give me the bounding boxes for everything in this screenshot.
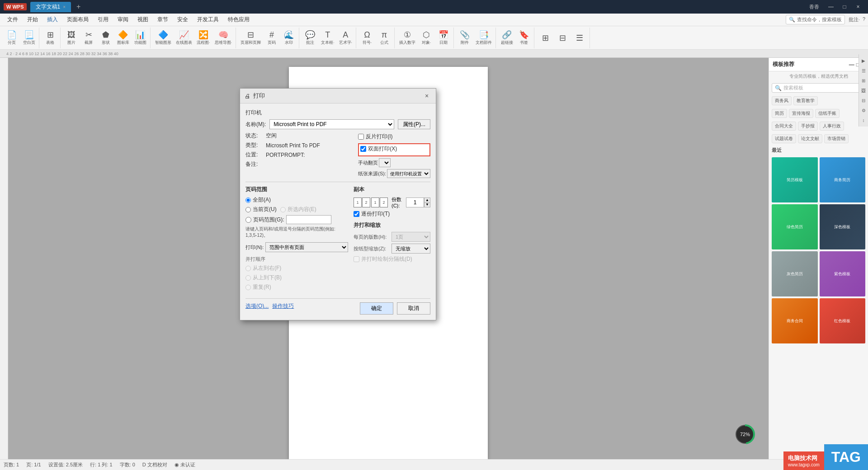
toolbar-btn-header-footer[interactable]: ⊟ 页眉和页脚 <box>239 29 263 47</box>
template-item-7[interactable]: 商务合同 <box>772 298 818 343</box>
toolbar-btn-symbol[interactable]: Ω 符号· <box>359 29 375 47</box>
toolbar-btn-table[interactable]: ⊞ 表格 <box>42 29 58 47</box>
edge-tool-1[interactable]: ▶ <box>860 56 867 65</box>
toolbar-btn-insert-num[interactable]: ① 插入数字 <box>397 29 417 47</box>
tag-education[interactable]: 教育教学 <box>793 96 818 105</box>
edge-tool-7[interactable]: ↕ <box>860 116 867 125</box>
tag-hr[interactable]: 人事行政 <box>820 122 844 131</box>
menu-special[interactable]: 特色应用 <box>223 14 254 25</box>
menu-references[interactable]: 引用 <box>93 14 113 25</box>
toolbar-btn-smart-shape[interactable]: 🔷 智能图形 <box>153 29 173 47</box>
tag-poster[interactable]: 宣传海报 <box>789 109 813 118</box>
close-button[interactable]: × <box>852 2 864 11</box>
template-item-2[interactable]: 商务简历 <box>820 157 866 202</box>
template-item-3[interactable]: 绿色简历 <box>772 204 818 249</box>
tag-marketing[interactable]: 市场营销 <box>824 134 849 143</box>
copies-spin-down[interactable]: ▼ <box>424 202 430 207</box>
menu-search[interactable]: 🔍 查找命令，搜索模板 <box>786 15 845 24</box>
toolbar-btn-formula[interactable]: π 公式 <box>376 29 392 47</box>
toolbar-btn-mindmap[interactable]: 🧠 思维导图· <box>213 29 234 47</box>
toolbar-btn-shape[interactable]: ⬟ 形状 <box>98 29 114 47</box>
toolbar-btn-date[interactable]: 📅 日期 <box>435 29 452 47</box>
toolbar-btn-funcmap[interactable]: 📊 功能图 <box>132 29 148 47</box>
template-item-6[interactable]: 紫色模板 <box>820 251 866 296</box>
template-item-4[interactable]: 深色模板 <box>820 204 866 249</box>
printer-name-select[interactable]: Microsoft Print to PDF <box>269 119 394 129</box>
copies-spin-up[interactable]: ▲ <box>424 197 430 202</box>
toolbar-btn-view3[interactable]: ☰ <box>571 32 588 44</box>
new-tab-button[interactable]: + <box>76 3 80 11</box>
tag-handwritten[interactable]: 手抄报 <box>798 122 818 131</box>
menu-home[interactable]: 开始 <box>23 14 42 25</box>
tag-resume[interactable]: 简历 <box>772 109 787 118</box>
toolbar-btn-blank-page[interactable]: 📃 空白页 <box>21 29 37 47</box>
toolbar-btn-view2[interactable]: ⊟ <box>554 32 571 44</box>
toolbar-btn-object[interactable]: ⬡ 对象· <box>418 29 434 47</box>
toolbar-btn-arttext[interactable]: A 艺术字· <box>337 29 354 47</box>
edge-tool-3[interactable]: ⊞ <box>860 76 867 85</box>
right-panel-minimize[interactable]: — <box>849 61 854 68</box>
tag-thesis[interactable]: 论文文献 <box>798 134 822 143</box>
cancel-button[interactable]: 取消 <box>397 302 430 315</box>
template-scroll-area[interactable]: 简历模板 商务简历 绿色简历 深色模板 <box>769 155 868 459</box>
dialog-close-button[interactable]: × <box>422 91 431 100</box>
tag-business[interactable]: 商务风 <box>772 96 792 105</box>
menu-developer[interactable]: 开发工具 <box>193 14 223 25</box>
print-dialog[interactable]: 🖨 打印 × 打印机 名称(M): Microsoft Print to PDF… <box>240 88 436 320</box>
options-link[interactable]: 选项(O)... <box>245 302 269 315</box>
copies-input[interactable] <box>406 197 424 207</box>
document-tab[interactable]: 文字文稿1 × <box>30 2 71 12</box>
toolbar-btn-textbox[interactable]: T 文本框· <box>319 29 336 47</box>
ok-button[interactable]: 确定 <box>360 302 393 315</box>
toolbar-btn-image[interactable]: 🖼 图片 <box>63 29 80 47</box>
menu-insert[interactable]: 插入 <box>42 14 62 25</box>
tag-contract[interactable]: 合同大全 <box>772 122 796 131</box>
tag-stationery[interactable]: 信纸手账 <box>815 109 840 118</box>
toolbar-btn-comment[interactable]: 💬 批注 <box>302 29 318 47</box>
toolbar-btn-hyperlink[interactable]: 🔗 超链接 <box>499 29 515 47</box>
minimize-button[interactable]: — <box>825 2 837 11</box>
tag-exam[interactable]: 试题试卷 <box>772 134 796 143</box>
properties-button[interactable]: 属性(P)... <box>398 119 430 129</box>
edge-tool-4[interactable]: 🖼 <box>860 86 867 95</box>
edge-tool-5[interactable]: ⊟ <box>860 96 867 105</box>
menu-security[interactable]: 安全 <box>173 14 193 25</box>
template-search-placeholder[interactable]: 搜索模板 <box>783 85 803 91</box>
menu-file[interactable]: 文件 <box>3 14 23 25</box>
menu-page-layout[interactable]: 页面布局 <box>62 14 93 25</box>
template-item-1[interactable]: 简历模板 <box>772 157 818 202</box>
menu-view[interactable]: 视图 <box>133 14 153 25</box>
help-button[interactable]: ? <box>863 16 865 23</box>
collate-checkbox[interactable] <box>354 211 359 217</box>
comment-button[interactable]: 批注· <box>849 16 860 23</box>
toolbar-btn-watermark[interactable]: 🌊 水印 <box>281 29 297 47</box>
toolbar-btn-iconlib[interactable]: 🔶 图标库 <box>115 29 131 47</box>
print-select[interactable]: 范围中所有页面 <box>265 242 348 252</box>
paper-source-select[interactable]: 使用打印机设置 <box>387 169 430 178</box>
toolbar-btn-doc-part[interactable]: 📑 文档部件 <box>474 29 494 47</box>
menu-section[interactable]: 章节 <box>153 14 173 25</box>
menu-review[interactable]: 审阅 <box>113 14 133 25</box>
toolbar-btn-attachment[interactable]: 📎 附件 <box>457 29 473 47</box>
toolbar-btn-bookmark[interactable]: 🔖 书签 <box>516 29 532 47</box>
template-item-8[interactable]: 红色模板 <box>820 298 866 343</box>
tab-close-icon[interactable]: × <box>63 5 66 9</box>
toolbar-btn-online-chart[interactable]: 📈 在线图表 <box>174 29 194 47</box>
pages-input[interactable] <box>286 215 331 224</box>
maximize-button[interactable]: □ <box>838 2 851 11</box>
reverse-print-checkbox[interactable] <box>358 134 364 140</box>
template-item-5[interactable]: 灰色简历 <box>772 251 818 296</box>
toolbar-btn-page-break[interactable]: 📄 分页 <box>4 29 20 47</box>
radio-all[interactable] <box>245 197 251 203</box>
edge-tool-2[interactable]: ☰ <box>860 66 867 75</box>
toolbar-btn-flowchart[interactable]: 🔀 流程图· <box>195 29 212 47</box>
double-side-checkbox[interactable] <box>360 146 366 152</box>
radio-pages[interactable] <box>245 217 251 223</box>
tips-link[interactable]: 操作技巧 <box>272 302 294 315</box>
toolbar-btn-page-num[interactable]: # 页码 <box>264 29 280 47</box>
radio-current[interactable] <box>245 207 251 212</box>
toolbar-btn-view1[interactable]: ⊞ <box>537 32 553 44</box>
edge-tool-6[interactable]: ⚙ <box>860 106 867 115</box>
nup-scale-select[interactable]: 无缩放 <box>392 244 430 254</box>
toolbar-btn-screenshot[interactable]: ✂ 截屏 <box>80 29 97 47</box>
